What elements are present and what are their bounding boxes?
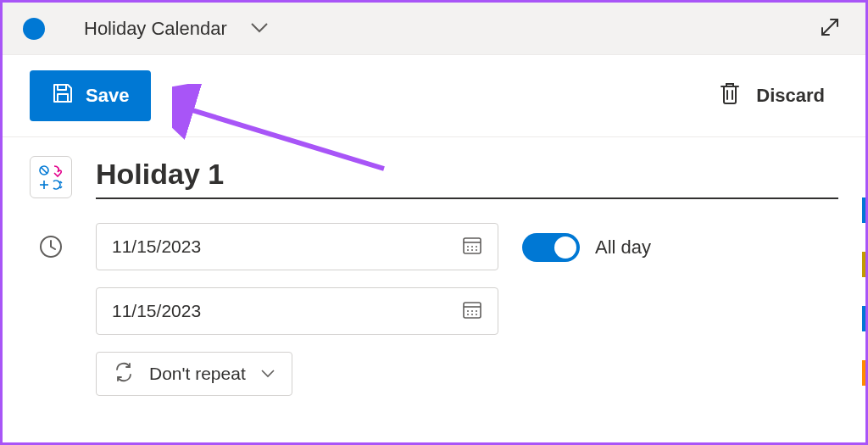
clock-icon [39, 235, 63, 262]
repeat-dropdown[interactable]: Don't repeat [96, 352, 292, 396]
repeat-icon [114, 362, 134, 386]
emoji-icon [37, 164, 64, 191]
calendar-selector[interactable]: Holiday Calendar [23, 18, 268, 40]
start-date-value: 11/15/2023 [112, 236, 462, 257]
end-date-value: 11/15/2023 [112, 301, 462, 321]
expand-icon[interactable] [818, 15, 842, 42]
side-markers [862, 197, 865, 414]
discard-label: Discard [756, 85, 825, 107]
svg-point-10 [476, 246, 477, 248]
all-day-label: All day [595, 236, 651, 259]
svg-point-18 [476, 310, 477, 312]
toggle-knob [554, 236, 576, 259]
calendar-name-label: Holiday Calendar [84, 18, 227, 40]
svg-point-21 [476, 314, 477, 315]
calendar-icon [462, 235, 482, 259]
svg-point-8 [467, 246, 469, 248]
repeat-label: Don't repeat [149, 364, 246, 384]
svg-point-9 [471, 246, 473, 248]
svg-point-17 [471, 310, 473, 312]
save-label: Save [86, 85, 129, 107]
window-header: Holiday Calendar [3, 3, 865, 55]
svg-point-19 [467, 314, 469, 315]
discard-button[interactable]: Discard [705, 73, 838, 119]
event-title-input[interactable] [96, 154, 838, 199]
event-form: 11/15/2023 11/15/2023 Don't repeat [3, 137, 865, 413]
trash-icon [719, 81, 741, 110]
svg-point-16 [467, 310, 469, 312]
svg-point-20 [471, 314, 473, 315]
chevron-down-icon [261, 366, 275, 381]
save-icon [52, 82, 74, 109]
action-toolbar: Save Discard [3, 55, 865, 137]
calendar-icon [462, 299, 482, 323]
svg-point-11 [467, 249, 469, 251]
svg-line-2 [41, 167, 47, 174]
start-date-field[interactable]: 11/15/2023 [96, 223, 498, 270]
svg-point-12 [471, 249, 473, 251]
emoji-picker-button[interactable] [30, 156, 72, 198]
all-day-toggle[interactable] [522, 233, 580, 262]
calendar-color-icon [23, 18, 45, 40]
chevron-down-icon [251, 21, 268, 36]
save-button[interactable]: Save [30, 70, 151, 121]
end-date-field[interactable]: 11/15/2023 [96, 287, 498, 335]
svg-point-13 [476, 249, 477, 251]
